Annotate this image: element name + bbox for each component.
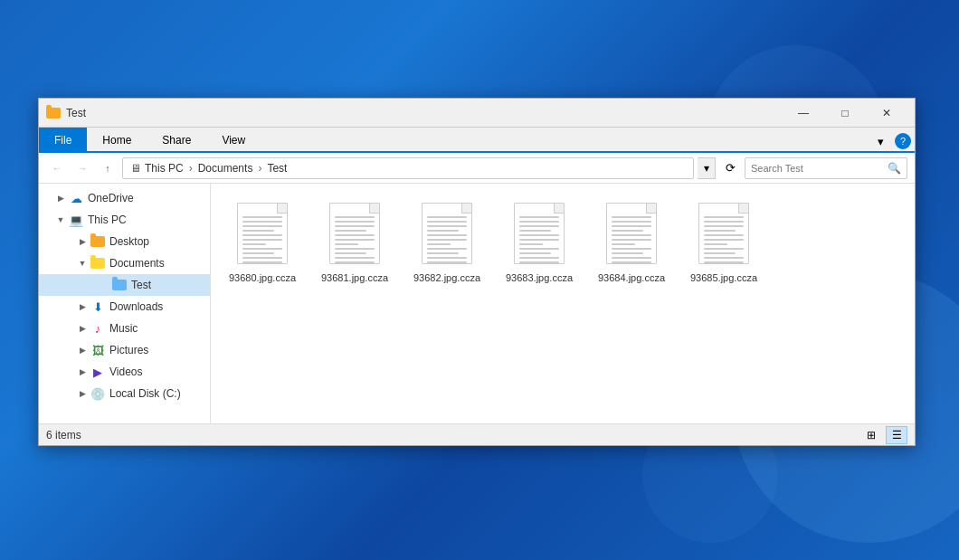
file-line — [335, 216, 375, 218]
expand-pictures[interactable]: ▶ — [75, 343, 90, 357]
file-line — [519, 257, 559, 259]
minimize-button[interactable]: — — [783, 99, 824, 128]
file-item[interactable]: 93684.jpg.ccza — [591, 195, 672, 290]
window-folder-icon — [46, 108, 61, 119]
file-line — [519, 216, 559, 218]
path-part-test[interactable]: Test — [267, 162, 287, 175]
sidebar-item-downloads[interactable]: ▶ ⬇ Downloads — [39, 296, 210, 318]
file-line — [335, 252, 366, 254]
file-line — [427, 230, 459, 232]
file-item[interactable]: 93685.jpg.ccza — [683, 195, 764, 290]
file-line — [427, 225, 467, 227]
path-part-documents[interactable]: Documents — [198, 162, 253, 175]
path-pc-icon: 🖥 — [130, 162, 141, 175]
file-item[interactable]: 93680.jpg.ccza — [222, 195, 303, 290]
path-part-thispc[interactable]: This PC — [145, 162, 184, 175]
file-item[interactable]: 93681.jpg.ccza — [314, 195, 395, 290]
address-path[interactable]: 🖥 This PC › Documents › Test — [122, 157, 694, 179]
address-bar: ← → ↑ 🖥 This PC › Documents › Test ▾ ⟳ 🔍 — [39, 153, 915, 184]
search-input[interactable] — [751, 163, 884, 174]
view-grid-button[interactable]: ⊞ — [860, 426, 882, 444]
file-icon — [695, 201, 753, 268]
file-line — [612, 234, 651, 236]
expand-videos[interactable]: ▶ — [75, 365, 90, 379]
sidebar-item-test[interactable]: Test — [39, 274, 210, 296]
tab-share[interactable]: Share — [147, 128, 206, 151]
close-button[interactable]: ✕ — [866, 99, 907, 128]
file-icon — [233, 201, 291, 268]
file-page — [329, 203, 380, 264]
sidebar-item-documents[interactable]: ▼ Documents — [39, 252, 210, 274]
file-line — [335, 248, 375, 250]
file-line — [335, 230, 366, 232]
sidebar-label-thispc: This PC — [88, 214, 127, 226]
help-button[interactable]: ? — [895, 133, 911, 149]
file-line — [704, 257, 744, 259]
file-line — [335, 221, 375, 223]
sidebar-item-desktop[interactable]: ▶ Desktop — [39, 231, 210, 252]
pc-icon: 💻 — [68, 213, 84, 227]
search-box[interactable]: 🔍 — [745, 157, 907, 179]
file-line — [612, 216, 651, 218]
expand-desktop[interactable]: ▶ — [75, 234, 90, 249]
file-name: 93684.jpg.ccza — [598, 271, 665, 284]
file-line — [704, 225, 744, 227]
file-line — [335, 239, 375, 241]
sidebar-item-pictures[interactable]: ▶ 🖼 Pictures — [39, 339, 210, 361]
window-title: Test — [66, 107, 783, 119]
tab-home[interactable]: Home — [87, 128, 147, 151]
sidebar-item-videos[interactable]: ▶ ▶ Videos — [39, 361, 210, 383]
file-explorer-window: Test — □ ✕ File Home Share View ▾ ? ← → … — [38, 98, 916, 446]
back-button[interactable]: ← — [46, 157, 68, 179]
sidebar-label-desktop: Desktop — [109, 235, 149, 248]
file-line — [427, 252, 459, 254]
file-line — [519, 252, 551, 254]
file-area: 93680.jpg.ccza 93681.jpg.ccza 93682.jpg.… — [211, 184, 915, 423]
expand-downloads[interactable]: ▶ — [75, 299, 90, 314]
maximize-button[interactable]: □ — [824, 99, 866, 128]
disk-icon: 💿 — [90, 386, 106, 401]
file-line — [427, 216, 467, 218]
expand-documents[interactable]: ▼ — [75, 256, 90, 271]
expand-localdisk[interactable]: ▶ — [75, 386, 90, 401]
expand-onedrive[interactable]: ▶ — [53, 191, 68, 205]
file-line — [519, 221, 559, 223]
sidebar-label-test: Test — [131, 279, 151, 291]
file-page — [422, 203, 472, 264]
ribbon-collapse-button[interactable]: ▾ — [869, 131, 891, 151]
sidebar-item-localdisk[interactable]: ▶ 💿 Local Disk (C:) — [39, 383, 210, 404]
status-bar: 6 items ⊞ ☰ — [39, 423, 915, 445]
main-area: ▶ ☁ OneDrive ▼ 💻 This PC ▶ Des — [39, 184, 915, 423]
expand-music[interactable]: ▶ — [75, 321, 90, 336]
file-item[interactable]: 93683.jpg.ccza — [498, 195, 580, 290]
sidebar-item-thispc[interactable]: ▼ 💻 This PC — [39, 209, 210, 231]
refresh-button[interactable]: ⟳ — [719, 157, 741, 179]
address-dropdown[interactable]: ▾ — [698, 157, 716, 179]
view-controls: ⊞ ☰ — [860, 426, 907, 444]
file-line — [427, 257, 467, 259]
forward-button[interactable]: → — [71, 157, 93, 179]
file-line — [427, 261, 467, 263]
file-line — [612, 239, 651, 241]
expand-test[interactable] — [97, 278, 111, 292]
sidebar-item-music[interactable]: ▶ ♪ Music — [39, 318, 210, 339]
expand-thispc[interactable]: ▼ — [53, 213, 68, 227]
file-name: 93683.jpg.ccza — [506, 271, 573, 284]
file-item[interactable]: 93682.jpg.ccza — [406, 195, 488, 290]
file-icon — [510, 201, 568, 268]
tab-file[interactable]: File — [39, 128, 87, 151]
window-controls: — □ ✕ — [783, 99, 907, 128]
file-line — [704, 252, 736, 254]
sidebar-item-onedrive[interactable]: ▶ ☁ OneDrive — [39, 187, 210, 209]
tab-view[interactable]: View — [206, 128, 261, 151]
file-line — [427, 221, 467, 223]
up-button[interactable]: ↑ — [97, 157, 119, 179]
documents-folder-icon — [90, 256, 106, 271]
file-lines — [423, 204, 471, 264]
file-name: 93681.jpg.ccza — [321, 271, 388, 284]
sidebar-label-music: Music — [109, 322, 138, 335]
view-list-button[interactable]: ☰ — [886, 426, 907, 444]
file-icon — [326, 201, 384, 268]
test-folder-icon — [111, 278, 128, 292]
sidebar: ▶ ☁ OneDrive ▼ 💻 This PC ▶ Des — [39, 184, 211, 423]
